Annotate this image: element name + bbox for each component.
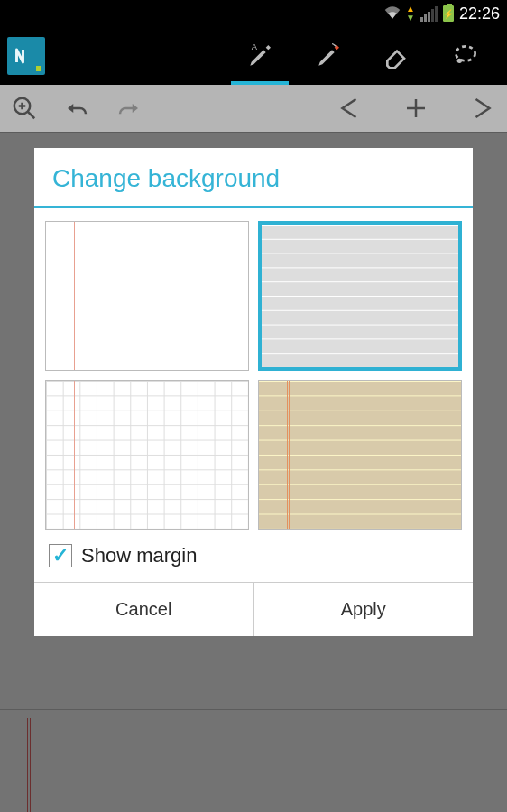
margin-indicator [74, 222, 75, 370]
svg-text:A: A [252, 42, 258, 51]
show-margin-checkbox[interactable]: ✓ [49, 544, 72, 567]
apply-button[interactable]: Apply [254, 583, 474, 636]
lasso-tool-icon[interactable] [431, 27, 500, 85]
brush-tool-icon[interactable] [294, 27, 363, 85]
bg-option-grid[interactable] [45, 380, 249, 530]
status-bar: ▲▼ ⚡ 22:26 [0, 0, 507, 27]
secondary-toolbar [0, 85, 507, 132]
clock: 22:26 [459, 5, 500, 23]
battery-charging-icon: ⚡ [443, 5, 454, 22]
redo-icon[interactable] [114, 93, 144, 124]
prev-page-icon[interactable] [334, 93, 364, 124]
data-arrows-icon: ▲▼ [406, 5, 415, 23]
margin-indicator [290, 225, 290, 367]
show-margin-row[interactable]: ✓ Show margin [34, 535, 473, 582]
next-page-icon[interactable] [467, 93, 498, 124]
margin-indicator [287, 381, 288, 529]
background-options-grid [34, 208, 473, 535]
zoom-in-icon[interactable] [9, 93, 40, 124]
margin-indicator [74, 381, 75, 529]
svg-line-4 [28, 112, 35, 119]
wifi-icon [384, 6, 401, 21]
bg-option-legal[interactable] [258, 380, 462, 530]
cancel-button[interactable]: Cancel [34, 583, 254, 636]
bg-option-lined[interactable] [258, 221, 462, 371]
change-background-dialog: Change background ✓ Show margin Cancel A… [34, 148, 473, 636]
bg-option-blank[interactable] [45, 221, 249, 371]
pen-tool-icon[interactable]: A [226, 27, 294, 85]
undo-icon[interactable] [61, 93, 92, 124]
action-bar: A [0, 27, 507, 85]
eraser-tool-icon[interactable] [363, 27, 431, 85]
dialog-title: Change background [34, 148, 473, 206]
dialog-buttons: Cancel Apply [34, 582, 473, 636]
show-margin-label: Show margin [81, 544, 197, 567]
signal-icon [420, 6, 438, 22]
app-icon[interactable] [7, 37, 45, 75]
add-page-icon[interactable] [401, 93, 431, 124]
svg-point-2 [457, 59, 462, 63]
